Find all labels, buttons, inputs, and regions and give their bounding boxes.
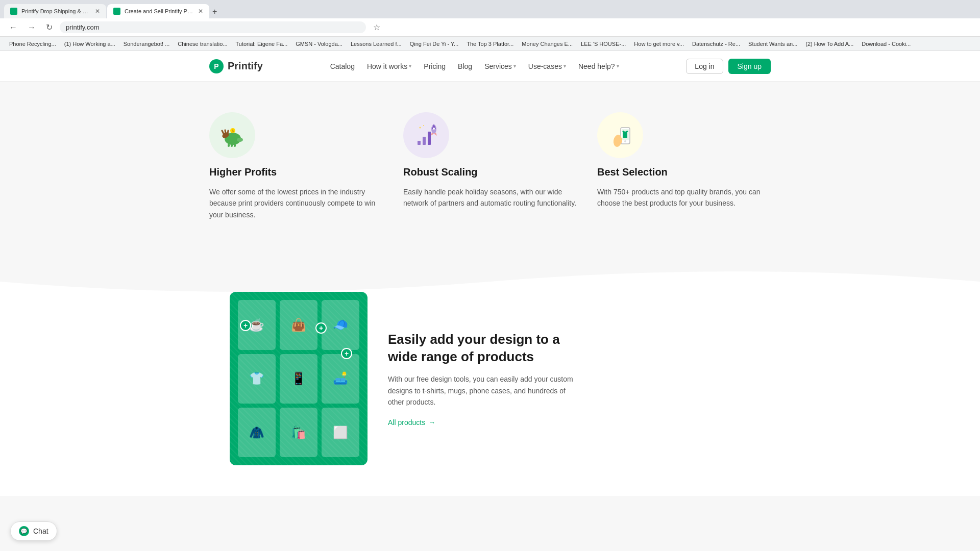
bookmarks-bar: Phone Recycling... (1) How Working a... …	[0, 37, 980, 51]
features-inner: $ Higher Profits We o	[209, 112, 771, 220]
product-section: ☕ 👜 🧢 👕 📱 🛋️ 🧥 🛍️ ⬜ + + +	[0, 292, 980, 496]
browser-chrome: Printify Drop Shipping & Print... ✕ Crea…	[0, 0, 980, 18]
address-bar[interactable]	[60, 21, 366, 33]
product-item-pillow: 🛋️	[322, 354, 359, 404]
signup-button[interactable]: Sign up	[728, 59, 771, 74]
svg-rect-12	[418, 141, 421, 145]
logo-icon: P	[209, 59, 224, 73]
feature-desc-2: With 750+ products and top quality brand…	[597, 186, 771, 209]
product-title: Easily add your design to a wide range o…	[388, 331, 572, 366]
best-selection-illustration	[606, 121, 634, 149]
nav-use-cases-caret: ▾	[564, 63, 566, 69]
feature-title-1: Robust Scaling	[403, 166, 577, 178]
svg-rect-14	[428, 132, 431, 145]
bookmark-14[interactable]: (2) How To Add A...	[802, 40, 856, 48]
tab-favicon-2	[113, 8, 120, 15]
svg-point-1	[237, 138, 243, 142]
bookmark-0[interactable]: Phone Recycling...	[6, 40, 59, 48]
bookmark-9[interactable]: Money Changes E...	[519, 40, 576, 48]
features-section: $ Higher Profits We o	[0, 82, 980, 251]
svg-text:$: $	[232, 129, 234, 133]
nav-pricing-label: Pricing	[424, 62, 446, 70]
logo-text: Printify	[228, 60, 263, 72]
svg-point-21	[423, 125, 424, 126]
feature-title-0: Higher Profits	[209, 166, 383, 178]
svg-rect-28	[618, 137, 620, 143]
nav-actions: Log in Sign up	[686, 59, 771, 74]
tab-favicon-1	[10, 8, 17, 15]
product-item-hat: 🧢	[322, 300, 359, 349]
browser-tabs: Printify Drop Shipping & Print... ✕ Crea…	[4, 0, 219, 18]
bookmark-7[interactable]: Qing Fei De Yi - Y...	[407, 40, 462, 48]
nav-need-help-label: Need help?	[578, 62, 615, 70]
bookmark-8[interactable]: The Top 3 Platfor...	[463, 40, 517, 48]
logo[interactable]: P Printify	[209, 59, 263, 73]
bookmark-2[interactable]: Sonderangebot! ...	[120, 40, 173, 48]
bookmark-button[interactable]: ☆	[370, 21, 383, 33]
product-item-phone: 📱	[280, 354, 317, 404]
features-grid: $ Higher Profits We o	[209, 112, 771, 220]
svg-rect-26	[614, 138, 616, 143]
feature-card-1: Robust Scaling Easily handle peak holida…	[403, 112, 577, 220]
reload-button[interactable]: ↻	[43, 21, 56, 33]
bookmark-10[interactable]: LEE 'S HOUSE-...	[578, 40, 629, 48]
tab-2[interactable]: Create and Sell Printify Produ... ✕	[107, 4, 209, 18]
product-image: ☕ 👜 🧢 👕 📱 🛋️ 🧥 🛍️ ⬜ + + +	[230, 292, 368, 465]
nav-blog[interactable]: Blog	[458, 62, 472, 70]
all-products-arrow: →	[428, 418, 435, 427]
bookmark-11[interactable]: How to get more v...	[631, 40, 687, 48]
product-item-sticker: ⬜	[322, 408, 359, 457]
bookmark-12[interactable]: Datenschutz - Re...	[689, 40, 743, 48]
tab-title-1: Printify Drop Shipping & Print...	[21, 8, 91, 14]
bookmark-4[interactable]: Tutorial: Eigene Fa...	[233, 40, 291, 48]
page: P Printify Catalog How it works ▾ Pricin…	[0, 51, 980, 496]
nav-how-it-works-label: How it works	[367, 62, 407, 70]
nav-use-cases-label: Use-cases	[528, 62, 562, 70]
tab-1[interactable]: Printify Drop Shipping & Print... ✕	[4, 4, 106, 18]
nav-use-cases[interactable]: Use-cases ▾	[528, 62, 566, 70]
nav-how-it-works[interactable]: How it works ▾	[367, 62, 411, 70]
nav-pricing[interactable]: Pricing	[424, 62, 446, 70]
bookmark-15[interactable]: Download - Cooki...	[859, 40, 914, 48]
svg-rect-27	[616, 137, 618, 143]
bookmark-3[interactable]: Chinese translatio...	[175, 40, 230, 48]
tab-close-1[interactable]: ✕	[95, 8, 100, 15]
nav-catalog[interactable]: Catalog	[330, 62, 355, 70]
nav-blog-label: Blog	[458, 62, 472, 70]
all-products-label: All products	[388, 418, 425, 427]
nav-need-help[interactable]: Need help? ▾	[578, 62, 619, 70]
product-plus-2: +	[341, 348, 352, 359]
back-button[interactable]: ←	[6, 22, 20, 33]
nav-need-help-caret: ▾	[617, 63, 619, 69]
login-button[interactable]: Log in	[686, 59, 723, 74]
nav-how-it-works-caret: ▾	[409, 63, 411, 69]
svg-rect-13	[423, 137, 426, 145]
new-tab-button[interactable]: +	[210, 5, 219, 18]
section-divider	[0, 251, 980, 292]
svg-point-17	[433, 128, 435, 130]
bookmark-13[interactable]: Student Wants an...	[745, 40, 800, 48]
bookmark-6[interactable]: Lessons Learned f...	[348, 40, 405, 48]
product-inner: ☕ 👜 🧢 👕 📱 🛋️ 🧥 🛍️ ⬜ + + +	[209, 292, 771, 465]
feature-icon-2	[597, 112, 643, 158]
bookmark-5[interactable]: GMSN - Vologda...	[292, 40, 346, 48]
product-items-grid: ☕ 👜 🧢 👕 📱 🛋️ 🧥 🛍️ ⬜	[230, 292, 368, 465]
svg-rect-6	[231, 144, 233, 147]
tab-title-2: Create and Sell Printify Produ...	[125, 8, 194, 14]
nav-services[interactable]: Services ▾	[484, 62, 516, 70]
forward-button[interactable]: →	[24, 22, 39, 33]
svg-rect-5	[228, 144, 230, 147]
bookmark-1[interactable]: (1) How Working a...	[61, 40, 118, 48]
product-item-tote: 🛍️	[280, 408, 317, 457]
nav-catalog-label: Catalog	[330, 62, 355, 70]
product-item-hoodie: 🧥	[238, 408, 276, 457]
feature-card-2: Best Selection With 750+ products and to…	[597, 112, 771, 220]
svg-rect-29	[620, 138, 622, 143]
all-products-link[interactable]: All products →	[388, 418, 435, 427]
navbar-inner: P Printify Catalog How it works ▾ Pricin…	[209, 59, 771, 74]
svg-line-10	[225, 130, 226, 133]
product-content: Easily add your design to a wide range o…	[368, 311, 750, 447]
nav-links: Catalog How it works ▾ Pricing Blog Serv…	[330, 62, 619, 70]
tab-close-2[interactable]: ✕	[198, 8, 203, 15]
feature-desc-1: Easily handle peak holiday seasons, with…	[403, 186, 577, 209]
